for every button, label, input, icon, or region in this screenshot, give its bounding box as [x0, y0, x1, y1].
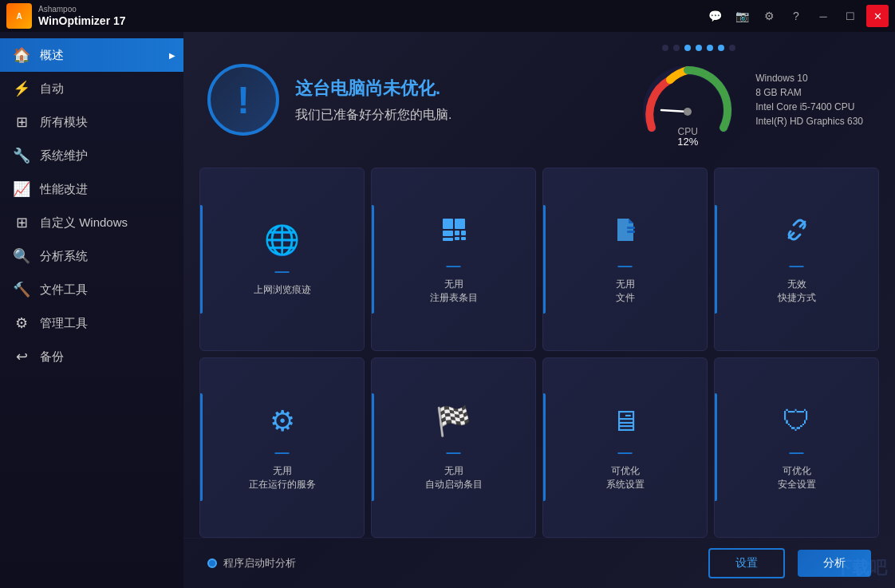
svg-rect-3 [455, 219, 465, 229]
module-running-services[interactable]: ⚙ — 无用正在运行的服务 [199, 357, 365, 539]
svg-rect-10 [627, 227, 635, 229]
app-title: Ashampoo WinOptimizer 17 [38, 5, 126, 28]
module-invalid-shortcuts[interactable]: — 无效快捷方式 [714, 168, 879, 351]
module-dash-6: — [447, 444, 461, 461]
svg-rect-5 [455, 231, 459, 235]
file-icon [611, 215, 640, 251]
module-browser-traces[interactable]: 🌐 — 上网浏览痕迹 [199, 168, 365, 351]
product-name: WinOptimizer 17 [38, 14, 126, 28]
svg-rect-8 [455, 237, 459, 240]
sidebar-item-all-modules[interactable]: ⊞ 所有模块 [0, 105, 183, 139]
sidebar-label-backup: 备份 [40, 349, 64, 365]
module-autostart[interactable]: 🏁 — 无用自动启动条目 [371, 357, 536, 539]
gauge-percent: 12% [636, 136, 739, 148]
maximize-button[interactable]: ☐ [839, 5, 861, 27]
module-dash-8: — [790, 444, 804, 461]
header-title: 这台电脑尚未优化. [295, 77, 620, 101]
checkbox-indicator [207, 558, 217, 568]
sidebar-label-performance: 性能改进 [40, 182, 88, 197]
sidebar-item-backup[interactable]: ↩ 备份 [0, 340, 183, 373]
gear-icon: ⚙ [270, 404, 295, 438]
content-footer: 程序启动时分析 设置 分析 [183, 538, 895, 588]
module-system-settings[interactable]: 🖥 — 可优化系统设置 [542, 357, 708, 539]
system-info-gpu: Intel(R) HD Graphics 630 [755, 116, 863, 127]
sidebar-label-overview: 概述 [40, 48, 64, 63]
svg-rect-7 [443, 238, 453, 241]
header-subtitle: 我们已准备好分析您的电脑. [295, 107, 620, 124]
flag-icon: 🏁 [436, 404, 471, 438]
file-tools-icon: 🔨 [13, 281, 30, 298]
svg-rect-2 [443, 219, 453, 229]
link-broken-icon [783, 215, 811, 251]
settings-icon[interactable]: ⚙ [758, 5, 780, 27]
brand-name: Ashampoo [38, 5, 126, 14]
grid-icon: ⊞ [13, 113, 30, 131]
sidebar-item-file-tools[interactable]: 🔨 文件工具 [0, 273, 183, 306]
sidebar-label-all-modules: 所有模块 [40, 115, 88, 130]
shield-icon: 🛡 [783, 404, 811, 438]
management-icon: ⚙ [13, 314, 30, 332]
camera-icon[interactable]: 📷 [731, 5, 753, 27]
module-label-files: 无用文件 [616, 278, 635, 305]
sidebar-label-system-maintenance: 系统维护 [40, 148, 88, 164]
sidebar-item-overview[interactable]: 🏠 概述 [0, 38, 183, 72]
main-layout: 🏠 概述 ⚡ 自动 ⊞ 所有模块 🔧 系统维护 📈 性能改进 ⊞ 自定义 Win… [0, 32, 895, 588]
module-dash-3: — [618, 258, 633, 274]
titlebar: A Ashampoo WinOptimizer 17 💬 📷 ⚙ ? ─ ☐ ✕ [0, 0, 895, 32]
app-logo: A [6, 3, 32, 29]
backup-icon: ↩ [13, 348, 30, 365]
sidebar-item-performance[interactable]: 📈 性能改进 [0, 172, 183, 206]
autostart-label: 程序启动时分析 [223, 556, 296, 570]
cpu-gauge: CPU 12% [636, 48, 739, 152]
module-label-autostart: 无用自动启动条目 [425, 464, 483, 491]
performance-icon: 📈 [13, 180, 30, 198]
auto-icon: ⚡ [13, 80, 30, 97]
module-label-services: 无用正在运行的服务 [249, 464, 316, 491]
sidebar-label-customize-windows: 自定义 Windows [40, 215, 128, 231]
sidebar-item-system-maintenance[interactable]: 🔧 系统维护 [0, 139, 183, 172]
module-registry-entries[interactable]: — 无用注册表条目 [371, 168, 536, 351]
registry-icon [440, 215, 468, 251]
watermark: 下载吧 [834, 556, 887, 580]
system-info-ram: 8 GB RAM [755, 87, 863, 98]
module-dash-4: — [790, 258, 804, 274]
windows-icon: ⊞ [13, 214, 30, 231]
header-text: 这台电脑尚未优化. 我们已准备好分析您的电脑. [295, 77, 620, 124]
sidebar-item-analyze-system[interactable]: 🔍 分析系统 [0, 239, 183, 273]
cpu-gauge-wrap: CPU 12% Windows 10 8 GB RAM Intel Core i… [636, 48, 863, 152]
minimize-button[interactable]: ─ [812, 5, 834, 27]
alert-icon: ! [237, 78, 250, 122]
analyze-icon: 🔍 [13, 247, 30, 265]
chat-icon[interactable]: 💬 [704, 5, 726, 27]
autostart-checkbox[interactable]: 程序启动时分析 [207, 556, 296, 570]
sidebar-item-customize-windows[interactable]: ⊞ 自定义 Windows [0, 206, 183, 239]
svg-rect-6 [461, 231, 466, 235]
module-dash-2: — [447, 258, 461, 274]
module-label-shortcuts: 无效快捷方式 [778, 278, 816, 305]
close-button[interactable]: ✕ [866, 5, 889, 27]
module-dash-5: — [275, 444, 290, 461]
settings-button[interactable]: 设置 [708, 548, 785, 578]
system-info-cpu: Intel Core i5-7400 CPU [755, 101, 863, 112]
module-useless-files[interactable]: — 无用文件 [542, 168, 708, 351]
module-label-registry: 无用注册表条目 [430, 278, 478, 305]
sidebar-item-management-tools[interactable]: ⚙ 管理工具 [0, 306, 183, 340]
sidebar-label-management-tools: 管理工具 [40, 316, 88, 331]
home-icon: 🏠 [13, 46, 30, 64]
svg-rect-4 [443, 231, 453, 236]
content-area: ! 这台电脑尚未优化. 我们已准备好分析您的电脑. [183, 32, 895, 588]
module-label-security-settings: 可优化安全设置 [778, 464, 816, 491]
system-info: Windows 10 8 GB RAM Intel Core i5-7400 C… [755, 73, 863, 127]
module-dash-1: — [275, 263, 290, 280]
sidebar-label-auto: 自动 [40, 81, 64, 97]
titlebar-controls: 💬 📷 ⚙ ? ─ ☐ ✕ [704, 5, 889, 27]
help-icon[interactable]: ? [785, 5, 807, 27]
sidebar-item-auto[interactable]: ⚡ 自动 [0, 72, 183, 105]
wrench-icon: 🔧 [13, 147, 30, 164]
monitor-icon: 🖥 [611, 404, 640, 438]
globe-icon: 🌐 [264, 223, 300, 257]
modules-grid: 🌐 — 上网浏览痕迹 — 无用注册表条目 — 无用文件 [183, 168, 895, 538]
module-security-settings[interactable]: 🛡 — 可优化安全设置 [714, 357, 879, 539]
titlebar-left: A Ashampoo WinOptimizer 17 [6, 3, 126, 29]
alert-icon-wrap: ! [207, 64, 279, 136]
